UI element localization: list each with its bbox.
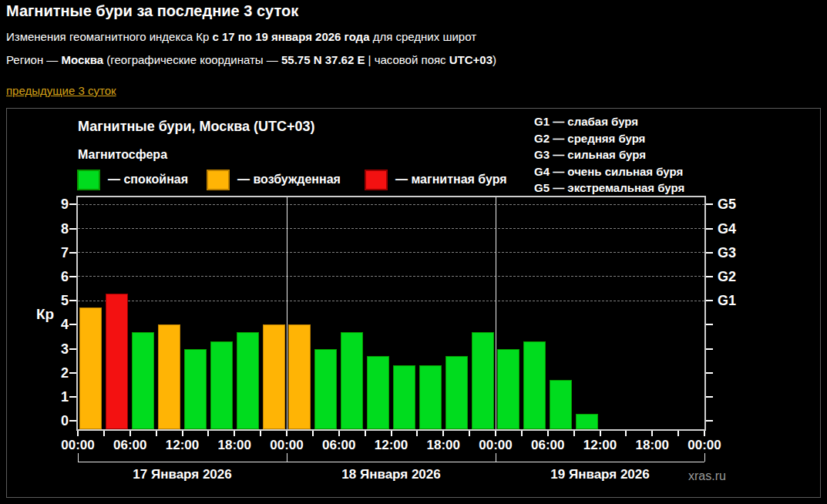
- gridline-kp7: [78, 252, 704, 253]
- y-axis-label: 2: [36, 365, 69, 381]
- kp-bar: [288, 324, 311, 429]
- kp-bar: [79, 307, 102, 429]
- y-axis-tick-right: [706, 324, 713, 325]
- page: Магнитные бури за последние 3 суток Изме…: [0, 0, 827, 504]
- x-axis-tick: [103, 431, 105, 436]
- watermark: xras.ru: [688, 469, 726, 483]
- g-scale-label: G1: [718, 292, 756, 309]
- g-legend-g4: G4 — очень сильная буря: [534, 163, 684, 180]
- y-axis-tick-right: [706, 372, 713, 374]
- y-axis-tick-right: [706, 276, 713, 277]
- x-axis-tick: [573, 431, 575, 436]
- kp-bar: [367, 356, 389, 429]
- x-axis-time-label: 12:00: [365, 438, 418, 453]
- g-scale-label: G3: [718, 244, 756, 261]
- x-axis-time-label: 12:00: [574, 438, 627, 453]
- x-axis-time-label: 00:00: [469, 438, 522, 453]
- y-axis-tick: [69, 228, 76, 230]
- y-axis-tick-right: [706, 420, 713, 422]
- g-scale-label: G2: [718, 268, 756, 285]
- x-axis-tick: [312, 431, 314, 436]
- subtitle-line: Изменения геомагнитного индекса Кр с 17 …: [6, 30, 823, 43]
- y-axis-tick: [69, 372, 76, 374]
- day-divider: [287, 197, 287, 429]
- x-axis-tick: [416, 431, 418, 436]
- x-axis-time-label: 18:00: [417, 438, 469, 453]
- region-line: Регион — Москва (географические координа…: [6, 53, 823, 66]
- y-axis-label: 5: [36, 292, 69, 309]
- region-mid: (географические координаты —: [103, 53, 281, 66]
- chart-title: Магнитные бури, Москва (UTC+03): [78, 119, 315, 135]
- x-axis-tick: [260, 431, 261, 436]
- kp-bar: [576, 414, 598, 429]
- x-axis-time-label: 12:00: [156, 438, 209, 453]
- x-axis-tick: [77, 431, 79, 436]
- kp-bar: [472, 332, 494, 429]
- date-label: 19 Января 2026: [516, 467, 685, 482]
- x-axis-time-label: 18:00: [208, 438, 261, 453]
- legend-label-quiet: — спокойная: [108, 173, 188, 186]
- x-axis-tick: [365, 431, 366, 436]
- y-axis-tick: [69, 276, 76, 277]
- date-bracket-tick: [287, 453, 287, 462]
- y-axis-tick-right: [706, 300, 713, 301]
- g-legend-g2: G2 — средняя буря: [534, 130, 684, 147]
- kp-bar: [341, 332, 363, 429]
- x-axis-tick: [338, 431, 340, 436]
- gridline-kp9: [78, 204, 704, 205]
- y-axis-tick: [69, 396, 76, 398]
- y-axis-label: 0: [36, 412, 69, 429]
- region-suffix: ): [493, 53, 496, 66]
- y-axis-label: 1: [36, 388, 69, 405]
- x-axis-time-label: 00:00: [678, 438, 731, 453]
- x-axis-tick: [625, 431, 627, 436]
- y-axis-tick: [69, 348, 76, 350]
- region-coords: 55.75 N 37.62 E: [281, 53, 365, 66]
- gridline-kp6: [78, 276, 704, 277]
- kp-bar: [550, 380, 572, 429]
- y-axis-tick-right: [706, 252, 713, 254]
- region-timezone: UTC+03: [449, 53, 493, 66]
- day-divider: [496, 197, 496, 429]
- kp-bar: [263, 324, 285, 429]
- active-swatch-icon: [207, 170, 230, 190]
- g-scale-legend: G1 — слабая буря G2 — средняя буря G3 — …: [534, 113, 684, 197]
- x-axis-time-label: 06:00: [104, 438, 156, 453]
- kp-bar: [497, 349, 519, 429]
- kp-bar: [445, 356, 468, 429]
- region-prefix: Регион —: [6, 53, 62, 66]
- x-axis-time-label: 06:00: [522, 438, 574, 453]
- x-axis-tick: [391, 431, 392, 436]
- y-axis-label: 4: [36, 316, 69, 333]
- x-axis-tick: [521, 431, 523, 436]
- kp-bar: [158, 324, 180, 429]
- date-bracket: [78, 462, 704, 462]
- x-axis-tick: [704, 431, 705, 436]
- g-legend-g3: G3 — сильная буря: [534, 146, 684, 163]
- gridline-kp5: [78, 301, 704, 301]
- x-axis-tick: [286, 431, 287, 436]
- date-bracket-tick: [78, 453, 79, 462]
- x-axis-time-label: 00:00: [261, 438, 313, 453]
- x-axis-tick: [677, 431, 679, 436]
- g-scale-label: G5: [718, 196, 756, 213]
- y-axis-tick-right: [706, 203, 713, 205]
- g-legend-g5: G5 — экстремальная буря: [534, 180, 684, 197]
- y-axis-tick: [69, 203, 76, 205]
- x-axis-tick: [495, 431, 496, 436]
- previous-3-days-link[interactable]: предыдущие 3 суток: [6, 84, 116, 97]
- kp-bar: [106, 294, 128, 429]
- y-axis-tick: [69, 324, 76, 325]
- date-label: 18 Января 2026: [307, 467, 476, 482]
- gridline-kp8: [78, 228, 704, 229]
- x-axis-time-label: 06:00: [313, 438, 365, 453]
- legend-label-storm: — магнитная буря: [395, 173, 507, 186]
- x-axis-tick: [207, 431, 209, 436]
- g-legend-g1: G1 — слабая буря: [534, 113, 684, 130]
- x-axis-tick: [234, 431, 235, 436]
- kp-bar: [237, 332, 259, 429]
- y-axis-tick: [69, 420, 76, 422]
- y-axis-label: 8: [36, 220, 69, 237]
- chart-widget: Магнитные бури, Москва (UTC+03) Магнитос…: [6, 108, 821, 498]
- x-axis-time-label: 00:00: [52, 438, 104, 453]
